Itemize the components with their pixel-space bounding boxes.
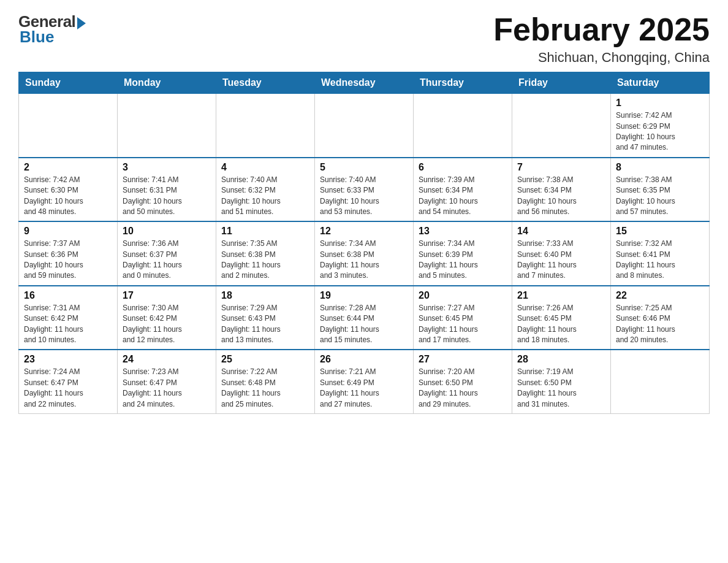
calendar-day-cell: 2Sunrise: 7:42 AMSunset: 6:30 PMDaylight… <box>19 158 118 222</box>
day-info: Sunrise: 7:35 AMSunset: 6:38 PMDaylight:… <box>221 239 309 282</box>
day-number: 11 <box>221 226 309 237</box>
calendar-day-cell: 27Sunrise: 7:20 AMSunset: 6:50 PMDayligh… <box>414 350 512 413</box>
day-info: Sunrise: 7:30 AMSunset: 6:42 PMDaylight:… <box>123 303 211 346</box>
day-number: 1 <box>616 98 704 109</box>
day-info: Sunrise: 7:42 AMSunset: 6:30 PMDaylight:… <box>24 175 112 218</box>
calendar-week-row: 2Sunrise: 7:42 AMSunset: 6:30 PMDaylight… <box>19 158 710 222</box>
day-info: Sunrise: 7:31 AMSunset: 6:42 PMDaylight:… <box>24 303 112 346</box>
day-info: Sunrise: 7:24 AMSunset: 6:47 PMDaylight:… <box>24 367 112 410</box>
calendar-header-row: SundayMondayTuesdayWednesdayThursdayFrid… <box>19 72 710 94</box>
calendar-day-cell: 7Sunrise: 7:38 AMSunset: 6:34 PMDaylight… <box>512 158 611 222</box>
calendar-day-cell: 25Sunrise: 7:22 AMSunset: 6:48 PMDayligh… <box>216 350 315 413</box>
calendar-day-cell: 24Sunrise: 7:23 AMSunset: 6:47 PMDayligh… <box>118 350 216 413</box>
day-info: Sunrise: 7:39 AMSunset: 6:34 PMDaylight:… <box>419 175 507 218</box>
logo-arrow-icon <box>77 17 86 29</box>
day-info: Sunrise: 7:27 AMSunset: 6:45 PMDaylight:… <box>419 303 507 346</box>
day-info: Sunrise: 7:32 AMSunset: 6:41 PMDaylight:… <box>616 239 704 282</box>
calendar-day-cell: 28Sunrise: 7:19 AMSunset: 6:50 PMDayligh… <box>512 350 611 413</box>
day-number: 23 <box>24 354 112 365</box>
day-info: Sunrise: 7:29 AMSunset: 6:43 PMDaylight:… <box>221 303 309 346</box>
calendar-day-cell: 6Sunrise: 7:39 AMSunset: 6:34 PMDaylight… <box>414 158 512 222</box>
page-header: General Blue February 2025 Shichuan, Cho… <box>18 12 710 66</box>
calendar-day-cell: 22Sunrise: 7:25 AMSunset: 6:46 PMDayligh… <box>611 286 710 350</box>
day-info: Sunrise: 7:28 AMSunset: 6:44 PMDaylight:… <box>320 303 408 346</box>
day-number: 12 <box>320 226 408 237</box>
calendar-day-cell: 19Sunrise: 7:28 AMSunset: 6:44 PMDayligh… <box>315 286 414 350</box>
day-number: 28 <box>517 354 605 365</box>
day-info: Sunrise: 7:36 AMSunset: 6:37 PMDaylight:… <box>123 239 211 282</box>
calendar-table: SundayMondayTuesdayWednesdayThursdayFrid… <box>18 72 710 414</box>
day-number: 10 <box>123 226 211 237</box>
calendar-day-cell: 12Sunrise: 7:34 AMSunset: 6:38 PMDayligh… <box>315 221 414 286</box>
calendar-day-cell: 8Sunrise: 7:38 AMSunset: 6:35 PMDaylight… <box>611 158 710 222</box>
calendar-day-cell: 13Sunrise: 7:34 AMSunset: 6:39 PMDayligh… <box>414 221 512 286</box>
calendar-day-header: Wednesday <box>315 72 414 94</box>
calendar-day-cell <box>118 94 216 158</box>
day-info: Sunrise: 7:25 AMSunset: 6:46 PMDaylight:… <box>616 303 704 346</box>
day-info: Sunrise: 7:37 AMSunset: 6:36 PMDaylight:… <box>24 239 112 282</box>
calendar-day-cell: 23Sunrise: 7:24 AMSunset: 6:47 PMDayligh… <box>19 350 118 413</box>
calendar-day-cell: 26Sunrise: 7:21 AMSunset: 6:49 PMDayligh… <box>315 350 414 413</box>
logo-blue-text: Blue <box>20 28 54 47</box>
main-title: February 2025 <box>493 12 710 47</box>
day-number: 7 <box>517 162 605 173</box>
day-number: 13 <box>419 226 507 237</box>
day-info: Sunrise: 7:40 AMSunset: 6:33 PMDaylight:… <box>320 175 408 218</box>
day-number: 14 <box>517 226 605 237</box>
calendar-week-row: 23Sunrise: 7:24 AMSunset: 6:47 PMDayligh… <box>19 350 710 413</box>
title-block: February 2025 Shichuan, Chongqing, China <box>493 12 710 66</box>
calendar-day-cell: 9Sunrise: 7:37 AMSunset: 6:36 PMDaylight… <box>19 221 118 286</box>
calendar-day-cell <box>512 94 611 158</box>
calendar-day-cell <box>19 94 118 158</box>
day-info: Sunrise: 7:42 AMSunset: 6:29 PMDaylight:… <box>616 110 704 153</box>
calendar-day-cell: 10Sunrise: 7:36 AMSunset: 6:37 PMDayligh… <box>118 221 216 286</box>
day-number: 4 <box>221 162 309 173</box>
calendar-day-cell: 15Sunrise: 7:32 AMSunset: 6:41 PMDayligh… <box>611 221 710 286</box>
day-number: 21 <box>517 290 605 301</box>
day-number: 20 <box>419 290 507 301</box>
calendar-week-row: 9Sunrise: 7:37 AMSunset: 6:36 PMDaylight… <box>19 221 710 286</box>
calendar-day-cell: 5Sunrise: 7:40 AMSunset: 6:33 PMDaylight… <box>315 158 414 222</box>
day-info: Sunrise: 7:40 AMSunset: 6:32 PMDaylight:… <box>221 175 309 218</box>
day-info: Sunrise: 7:22 AMSunset: 6:48 PMDaylight:… <box>221 367 309 410</box>
day-number: 22 <box>616 290 704 301</box>
calendar-day-header: Monday <box>118 72 216 94</box>
calendar-week-row: 1Sunrise: 7:42 AMSunset: 6:29 PMDaylight… <box>19 94 710 158</box>
day-number: 5 <box>320 162 408 173</box>
day-info: Sunrise: 7:41 AMSunset: 6:31 PMDaylight:… <box>123 175 211 218</box>
calendar-day-cell <box>611 350 710 413</box>
calendar-day-cell <box>414 94 512 158</box>
day-number: 2 <box>24 162 112 173</box>
calendar-week-row: 16Sunrise: 7:31 AMSunset: 6:42 PMDayligh… <box>19 286 710 350</box>
day-number: 6 <box>419 162 507 173</box>
day-info: Sunrise: 7:21 AMSunset: 6:49 PMDaylight:… <box>320 367 408 410</box>
day-number: 24 <box>123 354 211 365</box>
day-number: 26 <box>320 354 408 365</box>
day-number: 9 <box>24 226 112 237</box>
day-number: 8 <box>616 162 704 173</box>
calendar-day-cell: 14Sunrise: 7:33 AMSunset: 6:40 PMDayligh… <box>512 221 611 286</box>
calendar-day-cell: 1Sunrise: 7:42 AMSunset: 6:29 PMDaylight… <box>611 94 710 158</box>
day-info: Sunrise: 7:34 AMSunset: 6:39 PMDaylight:… <box>419 239 507 282</box>
day-number: 16 <box>24 290 112 301</box>
day-number: 27 <box>419 354 507 365</box>
day-info: Sunrise: 7:38 AMSunset: 6:34 PMDaylight:… <box>517 175 605 218</box>
day-number: 25 <box>221 354 309 365</box>
calendar-day-cell: 21Sunrise: 7:26 AMSunset: 6:45 PMDayligh… <box>512 286 611 350</box>
day-info: Sunrise: 7:23 AMSunset: 6:47 PMDaylight:… <box>123 367 211 410</box>
day-number: 18 <box>221 290 309 301</box>
subtitle: Shichuan, Chongqing, China <box>493 50 710 66</box>
day-info: Sunrise: 7:38 AMSunset: 6:35 PMDaylight:… <box>616 175 704 218</box>
calendar-day-cell: 16Sunrise: 7:31 AMSunset: 6:42 PMDayligh… <box>19 286 118 350</box>
calendar-day-header: Tuesday <box>216 72 315 94</box>
calendar-day-cell: 18Sunrise: 7:29 AMSunset: 6:43 PMDayligh… <box>216 286 315 350</box>
calendar-day-cell <box>315 94 414 158</box>
day-number: 3 <box>123 162 211 173</box>
day-info: Sunrise: 7:20 AMSunset: 6:50 PMDaylight:… <box>419 367 507 410</box>
calendar-day-header: Friday <box>512 72 611 94</box>
day-number: 19 <box>320 290 408 301</box>
calendar-day-cell: 17Sunrise: 7:30 AMSunset: 6:42 PMDayligh… <box>118 286 216 350</box>
day-number: 15 <box>616 226 704 237</box>
day-info: Sunrise: 7:26 AMSunset: 6:45 PMDaylight:… <box>517 303 605 346</box>
day-info: Sunrise: 7:33 AMSunset: 6:40 PMDaylight:… <box>517 239 605 282</box>
